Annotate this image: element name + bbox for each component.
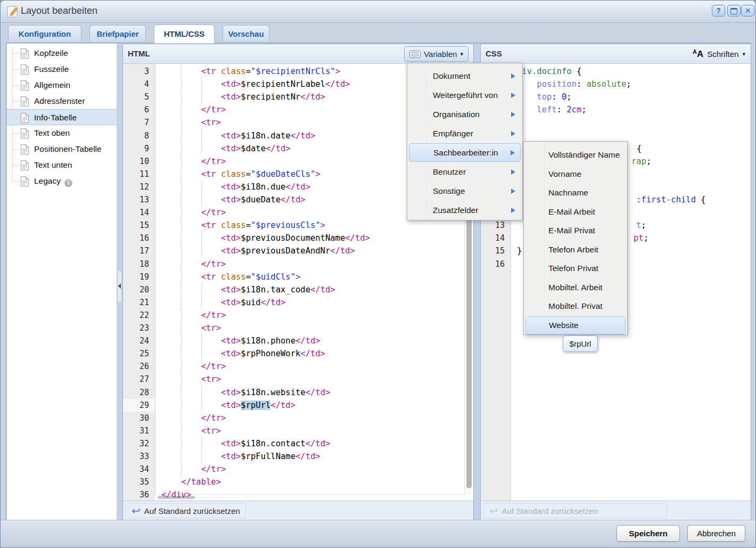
sidebar-item-info-tabelle[interactable]: Info-Tabelle [7, 109, 117, 125]
fonts-dropdown-button[interactable]: AA Schriften ▾ [693, 46, 745, 62]
tab-html-css[interactable]: HTML/CSS [154, 24, 215, 43]
save-button[interactable]: Speichern [617, 525, 680, 542]
dialog-footer: Speichern Abbrechen [1, 520, 755, 547]
css-reset-button[interactable]: ↩ Auf Standard zurücksetzen [483, 503, 667, 518]
code-line: </tr> [161, 360, 226, 373]
tree-stub [12, 181, 19, 182]
menu-item-label: Benutzer [433, 167, 466, 177]
info-icon[interactable]: i [64, 179, 72, 187]
menu-item-e-mail-privat[interactable]: E-Mail Privat [525, 222, 626, 240]
maximize-button[interactable] [727, 5, 741, 17]
menu-item-organisation[interactable]: Organisation [409, 105, 521, 124]
variable-placeholder-icon [409, 51, 421, 58]
line-number: 28 [123, 386, 155, 399]
menu-item-vollst-ndiger-name[interactable]: Vollständiger Name [525, 146, 626, 165]
line-number: 17 [123, 244, 155, 257]
menu-item-dokument[interactable]: Dokument [409, 67, 521, 85]
menu-item-e-mail-arbeit[interactable]: E-Mail Arbeit [525, 203, 626, 222]
sidebar-item-legacy[interactable]: Legacyi [7, 173, 117, 189]
code-line: <tr class="$dueDateCls"> [161, 168, 321, 181]
sidebar-item-adressfenster[interactable]: Adressfenster [7, 93, 117, 109]
menu-item-website[interactable]: Website [525, 316, 626, 335]
sidebar-item-allgemein[interactable]: Allgemein [7, 77, 117, 93]
menu-item-label: E-Mail Arbeit [548, 207, 595, 217]
submenu-arrow-icon [511, 131, 515, 136]
menu-item-label: Telefon Privat [548, 264, 598, 273]
variable-tooltip: $rpUrl [563, 336, 598, 352]
code-line: <tr class="$previousCls"> [161, 219, 325, 232]
horizontal-scrollbar[interactable] [155, 494, 464, 501]
code-line: <td>$rpFullName</td> [161, 450, 321, 463]
css-pane-title: CSS [486, 44, 502, 63]
html-reset-bar: ↩ Auf Standard zurücksetzen [123, 501, 473, 520]
menu-item-mobiltel-arbeit[interactable]: Mobiltel. Arbeit [525, 279, 626, 297]
sidebar-splitter[interactable] [117, 44, 122, 521]
tab-briefpapier[interactable]: Briefpapier [89, 25, 146, 42]
code-line: top: 0; [517, 91, 572, 103]
menu-item-label: Nachname [548, 188, 588, 198]
help-button[interactable]: ? [712, 5, 725, 17]
menu-item-sonstige[interactable]: Sonstige [409, 182, 521, 200]
code-line: <td>$dueDate</td> [161, 193, 306, 206]
line-number: 7 [123, 116, 155, 129]
menu-item-label: Sonstige [433, 186, 465, 196]
line-number: 32 [123, 437, 155, 450]
html-reset-label: Auf Standard zurücksetzen [144, 506, 240, 516]
sidebar-item-label: Allgemein [34, 77, 70, 93]
menu-item-benutzer[interactable]: Benutzer [409, 162, 521, 181]
sidebar-item-text-unten[interactable]: Text unten [7, 157, 117, 173]
chevron-down-icon: ▾ [460, 51, 463, 58]
line-number: 13 [123, 193, 155, 206]
menu-item-telefon-privat[interactable]: Telefon Privat [525, 259, 626, 278]
menu-item-mobiltel-privat[interactable]: Mobiltel. Privat [525, 297, 626, 316]
code-line: </tr> [161, 206, 226, 219]
tree-stub [12, 149, 19, 150]
sidebar-item-text-oben[interactable]: Text oben [7, 125, 117, 141]
tab-vorschau[interactable]: Vorschau [223, 25, 269, 42]
dialog-layout-bearbeiten: Layout bearbeiten ? ✕ KonfigurationBrief… [0, 0, 756, 548]
code-line: <td>$i18n.tax_code</td> [161, 283, 335, 296]
menu-item-label: Dokument [433, 71, 471, 81]
line-number: 6 [123, 103, 155, 116]
menu-item-empf-nger[interactable]: Empfänger [409, 124, 521, 143]
cancel-button[interactable]: Abbrechen [687, 525, 745, 542]
close-button[interactable]: ✕ [741, 5, 754, 17]
tree-stub [12, 53, 19, 54]
menu-item-nachname[interactable]: Nachname [525, 184, 626, 202]
sidebar-item-fusszeile[interactable]: Fusszeile [7, 61, 117, 77]
menu-item-label: Empfänger [433, 129, 473, 138]
submenu-arrow-icon [511, 112, 515, 117]
edit-pencil-icon [6, 5, 20, 21]
menu-item-label: Mobiltel. Privat [548, 301, 603, 311]
code-line: left: 2cm; [517, 103, 587, 116]
sidebar-item-positionen-tabelle[interactable]: Positionen-Tabelle [7, 141, 117, 157]
line-number: 12 [123, 181, 155, 193]
menu-item-sachbearbeiter-in[interactable]: Sachbearbeiter:in [409, 143, 521, 162]
line-number: 14 [481, 232, 511, 244]
code-line: } [517, 244, 522, 257]
menu-item-label: Organisation [433, 110, 480, 119]
document-icon [20, 112, 29, 126]
document-icon [20, 128, 29, 141]
html-reset-button[interactable]: ↩ Auf Standard zurücksetzen [126, 503, 246, 518]
line-number: 24 [123, 334, 155, 347]
tab-konfiguration[interactable]: Konfiguration [8, 25, 81, 42]
sidebar-item-label: Info-Tabelle [34, 110, 77, 126]
variables-dropdown-button[interactable]: Variablen ▾ [404, 46, 469, 62]
sidebar-item-kopfzeile[interactable]: Kopfzeile [7, 45, 117, 61]
menu-item-telefon-arbeit[interactable]: Telefon Arbeit [525, 241, 626, 259]
sachbearbeiter-submenu: Vollständiger NameVornameNachnameE-Mail … [523, 141, 628, 335]
css-pane-header: CSS AA Schriften ▾ [481, 44, 751, 64]
menu-item-weitergef-hrt-von[interactable]: Weitergeführt von [409, 86, 521, 104]
code-line: position: absolute; [517, 78, 631, 91]
code-line: <tr> [161, 116, 221, 129]
menu-item-label: Telefon Arbeit [548, 245, 598, 255]
document-icon [20, 144, 29, 157]
collapse-handle[interactable] [117, 270, 122, 303]
menu-item-vorname[interactable]: Vorname [525, 165, 626, 184]
submenu-arrow-icon [511, 73, 515, 79]
code-line: <td>$uid</td> [161, 296, 285, 309]
code-line: <td>$recipientNr</td> [161, 91, 325, 103]
sidebar-item-label: Fusszeile [34, 61, 69, 77]
menu-item-zusatzfelder[interactable]: Zusatzfelder [409, 201, 521, 219]
